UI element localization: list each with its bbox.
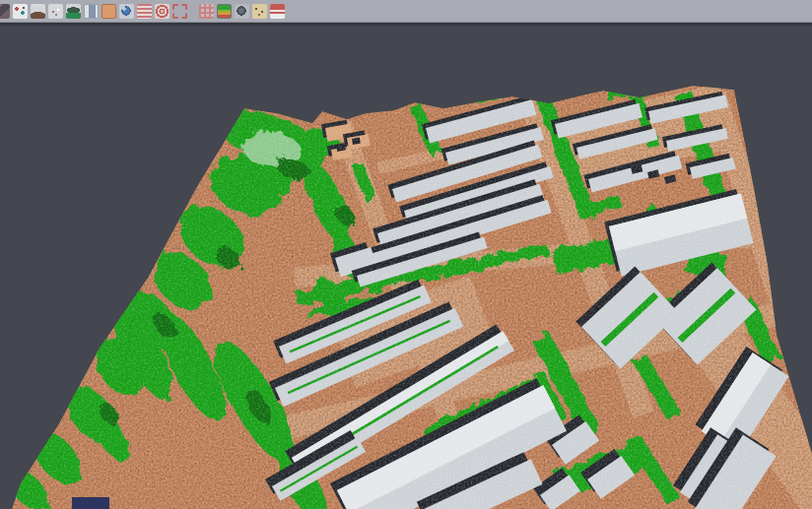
dark-sphere-icon[interactable]: [235, 4, 249, 19]
sparse-points-icon[interactable]: [48, 4, 63, 19]
red-grid-icon[interactable]: [199, 4, 214, 19]
point-cloud-scene: [0, 0, 812, 509]
globe-icon[interactable]: [119, 4, 134, 19]
stamp-icon[interactable]: [252, 4, 267, 19]
vertical-profile-icon[interactable]: [84, 4, 99, 19]
align-points-icon[interactable]: [13, 4, 28, 19]
3d-viewport[interactable]: [0, 0, 812, 509]
stacked-layers-icon[interactable]: [137, 4, 152, 19]
ring-icon[interactable]: [155, 4, 169, 19]
terrain-brown-icon[interactable]: [31, 4, 45, 19]
color-scale-icon[interactable]: [217, 4, 232, 19]
toolbar: [0, 0, 812, 23]
cube-icon[interactable]: [0, 4, 10, 19]
crop-corners-icon[interactable]: [172, 4, 187, 19]
terrain-green-icon[interactable]: [66, 4, 81, 19]
bottom-blue-patch: [72, 497, 109, 509]
red-flag-icon[interactable]: [270, 4, 285, 19]
orange-square-icon[interactable]: [102, 4, 116, 19]
toolbar-underline: [0, 23, 812, 26]
